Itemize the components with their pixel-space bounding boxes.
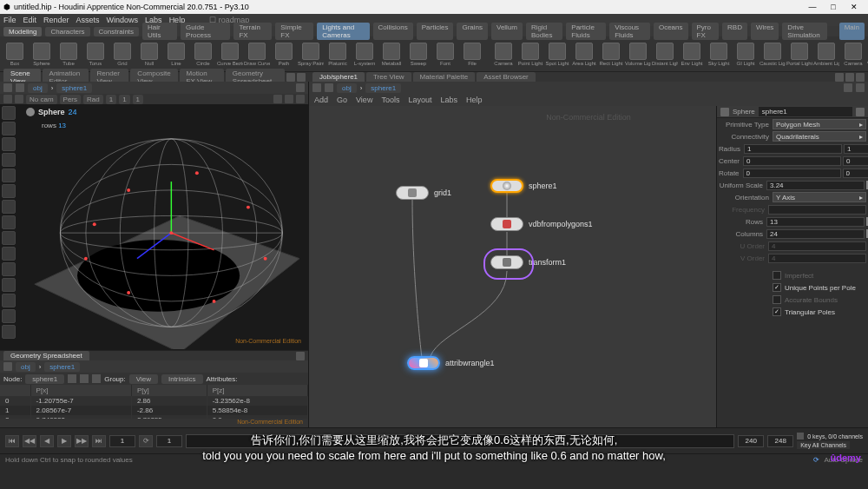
shelf-tab[interactable]: Oceans xyxy=(654,23,688,40)
shelf-tool[interactable]: Spot Light xyxy=(544,43,570,66)
vp-side-icon[interactable] xyxy=(2,309,16,323)
vp-opt-icon[interactable] xyxy=(285,95,293,103)
node-sphere1[interactable]: sphere1 xyxy=(490,179,557,193)
node-grid1[interactable]: grid1 xyxy=(396,186,451,200)
node-vdbfrompolygons1[interactable]: vdbfrompolygons1 xyxy=(490,217,593,231)
shelf-tab[interactable]: Vellum xyxy=(491,23,523,40)
shelf-tool[interactable]: Sphere xyxy=(29,43,55,66)
vp-side-icon[interactable] xyxy=(2,294,16,307)
shelf-tool[interactable]: File xyxy=(459,43,485,66)
shelf-tool[interactable]: Grid xyxy=(109,43,135,66)
param-input[interactable] xyxy=(766,181,865,190)
shelf-tab[interactable]: Viscous Fluids xyxy=(609,23,650,40)
vp-side-icon[interactable] xyxy=(2,262,16,276)
play-back-button[interactable]: ◀ xyxy=(40,435,54,447)
shelf-tab[interactable]: Grains xyxy=(457,23,488,40)
vp-opt-icon[interactable] xyxy=(273,95,282,103)
tab-asset-browser[interactable]: Asset Browser xyxy=(477,72,536,82)
shelf-tool[interactable]: L-system xyxy=(352,43,378,66)
shelf-tool[interactable]: Rect Light xyxy=(598,43,624,66)
back-icon[interactable] xyxy=(16,83,24,92)
shelf-tab[interactable]: Drive Simulation xyxy=(782,23,826,40)
tab-material[interactable]: Material Palette xyxy=(413,72,476,82)
shelf-tool[interactable]: Camera xyxy=(490,43,516,66)
vp-num[interactable]: 1 xyxy=(119,95,129,104)
shelf-tool[interactable]: Line xyxy=(163,43,189,66)
vp-side-icon[interactable] xyxy=(2,325,16,339)
param-input[interactable] xyxy=(843,169,868,178)
loop-button[interactable]: ⟳ xyxy=(139,435,153,447)
vp-cam[interactable]: No cam xyxy=(26,95,57,104)
gear-icon[interactable] xyxy=(856,108,865,116)
shelf-tool[interactable]: Circle xyxy=(190,43,216,66)
path-node[interactable]: sphere1 xyxy=(365,83,401,93)
shelf-tool[interactable]: Portal Light xyxy=(786,43,812,66)
shelf-tab[interactable]: Wires xyxy=(751,23,779,40)
vp-opt-icon[interactable] xyxy=(296,95,305,103)
param-name[interactable]: sphere1 xyxy=(759,107,852,116)
shelf-tab[interactable]: Constraints xyxy=(94,27,139,36)
shelf-tab[interactable]: Pyro FX xyxy=(692,23,720,40)
minimize-button[interactable]: — xyxy=(802,3,823,11)
param-select[interactable]: Quadrilaterals ▸ xyxy=(773,131,866,142)
shelf-tool[interactable]: Path xyxy=(271,43,297,66)
shelf-tool[interactable]: Sweep xyxy=(405,43,431,66)
vp-side-icon[interactable] xyxy=(2,231,16,245)
shelf-tab[interactable]: Guide Process xyxy=(181,23,230,40)
back-icon[interactable] xyxy=(325,83,333,92)
vp-side-icon[interactable] xyxy=(2,106,16,120)
pane-opt-icon[interactable] xyxy=(856,73,865,82)
pin-icon[interactable] xyxy=(844,83,852,92)
shelf-tool[interactable]: Env Light xyxy=(679,43,705,66)
shelf-tool[interactable]: Caustic Light xyxy=(760,43,786,66)
checkbox[interactable] xyxy=(773,271,781,280)
home-icon[interactable] xyxy=(3,83,12,92)
tab-tree-view[interactable]: Tree View xyxy=(366,72,411,82)
play-end-button[interactable]: ⏭ xyxy=(92,435,106,447)
param-input[interactable] xyxy=(766,229,865,239)
shelf-tool[interactable]: Spray Paint xyxy=(298,43,324,66)
net-menu-go[interactable]: Go xyxy=(337,96,347,104)
shelf-tab[interactable]: Particle Fluids xyxy=(566,23,606,40)
3d-viewport[interactable]: Sphere 24 rows 13 xyxy=(0,104,308,349)
shelf-tool[interactable]: Sky Light xyxy=(706,43,732,66)
vp-persp[interactable]: Pers xyxy=(60,95,81,104)
shelf-tab[interactable]: RBD xyxy=(722,23,747,40)
shelf-tool[interactable]: Box xyxy=(2,43,28,66)
pane-opt-icon[interactable] xyxy=(296,352,305,360)
shelf-tab[interactable]: Simple FX xyxy=(275,23,313,40)
play-fwd-button[interactable]: ▶ xyxy=(57,435,71,447)
frame-end2[interactable]: 248 xyxy=(767,435,793,447)
vp-num[interactable]: 1 xyxy=(133,95,143,104)
vp-side-icon[interactable] xyxy=(2,169,16,182)
param-checkbox-row[interactable]: Accurate Bounds xyxy=(717,294,868,306)
shelf-tab[interactable]: Particles xyxy=(417,23,454,40)
vp-side-icon[interactable] xyxy=(2,200,16,214)
prim-icon[interactable] xyxy=(92,374,101,383)
pane-opt-icon[interactable] xyxy=(835,73,844,82)
param-input[interactable] xyxy=(743,156,841,166)
pane-opt-icon[interactable] xyxy=(286,73,295,82)
menu-windows[interactable]: Windows xyxy=(107,16,139,24)
home-icon[interactable] xyxy=(312,83,321,92)
menu-edit[interactable]: Edit xyxy=(23,16,37,24)
ss-node-select[interactable]: sphere1 xyxy=(25,374,64,384)
frame-current[interactable]: 1 xyxy=(109,435,135,447)
maximize-button[interactable]: □ xyxy=(823,3,844,11)
shelf-tool[interactable]: Distant Light xyxy=(652,43,678,66)
param-input[interactable] xyxy=(744,144,842,154)
param-checkbox-row[interactable]: Imperfect xyxy=(717,269,868,281)
param-checkbox-row[interactable]: Unique Points per Pole xyxy=(717,281,868,294)
vp-side-icon[interactable] xyxy=(2,184,16,198)
net-menu-add[interactable]: Add xyxy=(314,96,328,104)
frame-start[interactable]: 1 xyxy=(156,435,182,447)
shelf-tab[interactable]: Terrain FX xyxy=(233,23,272,40)
shelf-tool[interactable]: Draw Curve xyxy=(244,43,270,66)
node-transform1[interactable]: transform1 xyxy=(490,255,566,269)
param-select[interactable]: Polygon Mesh ▸ xyxy=(773,119,866,129)
shelf-tool[interactable]: Tube xyxy=(56,43,82,66)
shelf-tool[interactable]: Null xyxy=(136,43,162,66)
tab-geo-spreadsheet[interactable]: Geometry Spreadsheet xyxy=(3,351,89,360)
vp-side-icon[interactable] xyxy=(2,278,16,292)
shelf-tool[interactable]: GI Light xyxy=(733,43,759,66)
